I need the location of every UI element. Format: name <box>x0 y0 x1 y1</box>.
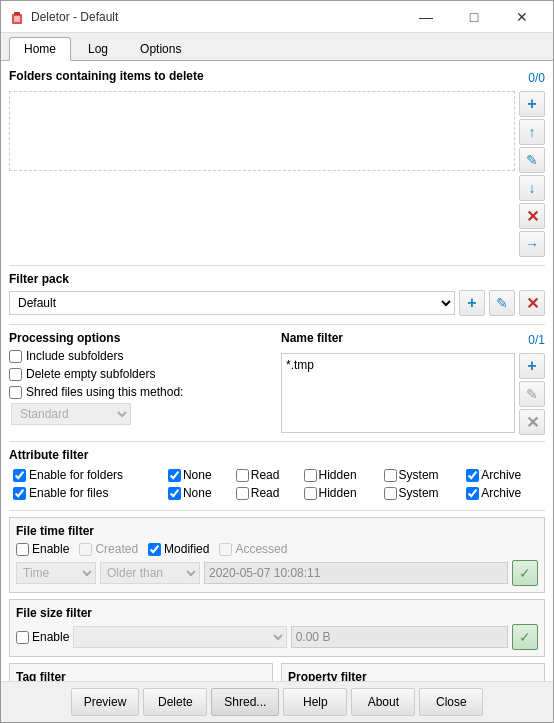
size-enable-label: Enable <box>16 630 69 644</box>
time-type-select[interactable]: Time <box>16 562 96 584</box>
time-condition-select[interactable]: Older than <box>100 562 200 584</box>
close-button[interactable]: Close <box>419 688 483 716</box>
attr-files-read-checkbox[interactable] <box>236 487 249 500</box>
tab-options[interactable]: Options <box>125 37 196 60</box>
svg-rect-1 <box>14 12 20 15</box>
help-button[interactable]: Help <box>283 688 347 716</box>
attr-files-hidden-checkbox[interactable] <box>304 487 317 500</box>
time-modified-checkbox[interactable] <box>148 543 161 556</box>
shred-method-select[interactable]: Standard <box>11 403 131 425</box>
name-delete-button[interactable]: ✕ <box>519 409 545 435</box>
time-confirm-button[interactable]: ✓ <box>512 560 538 586</box>
attr-folders-enable-cell: Enable for folders <box>9 466 164 484</box>
time-created-checkbox[interactable] <box>79 543 92 556</box>
shred-files-label: Shred files using this method: <box>26 385 183 399</box>
folders-up-button[interactable]: ↑ <box>519 119 545 145</box>
tab-home[interactable]: Home <box>9 37 71 61</box>
attr-folders-read-text: Read <box>251 468 280 482</box>
folders-side-buttons: + ↑ ✎ ↓ ✕ → <box>519 91 545 257</box>
time-created-text: Created <box>95 542 138 556</box>
attr-files-enable-label: Enable for files <box>13 486 160 500</box>
processing-options-section: Processing options Include subfolders De… <box>9 331 273 435</box>
shred-files-row: Shred files using this method: <box>9 385 273 399</box>
edit-icon: ✎ <box>496 295 508 311</box>
filter-pack-add-button[interactable]: + <box>459 290 485 316</box>
shred-button[interactable]: Shred... <box>211 688 279 716</box>
size-enable-checkbox[interactable] <box>16 631 29 644</box>
arrow-up-icon: ↑ <box>529 124 536 140</box>
size-confirm-button[interactable]: ✓ <box>512 624 538 650</box>
add-icon: + <box>527 357 536 375</box>
folders-action-button[interactable]: → <box>519 231 545 257</box>
size-condition-select[interactable] <box>73 626 286 648</box>
filter-pack-row: Default + ✎ ✕ <box>9 290 545 316</box>
name-filter-title: Name filter <box>281 331 343 345</box>
attr-folders-system-text: System <box>399 468 439 482</box>
close-window-button[interactable]: ✕ <box>499 1 545 33</box>
name-filter-item[interactable]: *.tmp <box>286 358 510 372</box>
delete-empty-checkbox[interactable] <box>9 368 22 381</box>
attr-folders-hidden-checkbox[interactable] <box>304 469 317 482</box>
minimize-button[interactable]: — <box>403 1 449 33</box>
attribute-filter-title: Attribute filter <box>9 448 545 462</box>
attr-files-read-text: Read <box>251 486 280 500</box>
attr-files-read-cell: Read <box>232 484 300 502</box>
window-controls: — □ ✕ <box>403 1 545 33</box>
time-enable-text: Enable <box>32 542 69 556</box>
tag-property-row: Tag filter Manage... All / 0 Property fi… <box>9 663 545 681</box>
include-subfolders-checkbox[interactable] <box>9 350 22 363</box>
name-add-button[interactable]: + <box>519 353 545 379</box>
file-time-checkboxes-row: Enable Created Modified Accessed <box>16 542 538 556</box>
size-value-input[interactable] <box>291 626 508 648</box>
attr-files-system-checkbox[interactable] <box>384 487 397 500</box>
folders-badge: 0/0 <box>528 71 545 85</box>
attr-folders-read-checkbox[interactable] <box>236 469 249 482</box>
method-select-row: Standard <box>9 403 273 425</box>
attr-files-enable-checkbox[interactable] <box>13 487 26 500</box>
filter-pack-section: Filter pack Default + ✎ ✕ <box>9 272 545 316</box>
separator-1 <box>9 265 545 266</box>
folders-add-button[interactable]: + <box>519 91 545 117</box>
delete-button[interactable]: Delete <box>143 688 207 716</box>
time-enable-checkbox[interactable] <box>16 543 29 556</box>
filter-pack-edit-button[interactable]: ✎ <box>489 290 515 316</box>
folders-edit-button[interactable]: ✎ <box>519 147 545 173</box>
delete-empty-label: Delete empty subfolders <box>26 367 155 381</box>
attr-folders-archive-checkbox[interactable] <box>466 469 479 482</box>
about-button[interactable]: About <box>351 688 415 716</box>
name-filter-header: Name filter 0/1 <box>281 331 545 349</box>
folders-delete-button[interactable]: ✕ <box>519 203 545 229</box>
shred-files-checkbox[interactable] <box>9 386 22 399</box>
attr-files-row: Enable for files None <box>9 484 545 502</box>
processing-title: Processing options <box>9 331 273 345</box>
time-accessed-checkbox[interactable] <box>219 543 232 556</box>
attr-folders-archive-cell: Archive <box>462 466 545 484</box>
folders-down-button[interactable]: ↓ <box>519 175 545 201</box>
attr-folders-none-checkbox[interactable] <box>168 469 181 482</box>
include-subfolders-row: Include subfolders <box>9 349 273 363</box>
attr-folders-system-label: System <box>384 468 459 482</box>
preview-button[interactable]: Preview <box>71 688 140 716</box>
attr-folders-system-cell: System <box>380 466 463 484</box>
attr-folders-row: Enable for folders None <box>9 466 545 484</box>
attr-files-archive-text: Archive <box>481 486 521 500</box>
title-bar: Deletor - Default — □ ✕ <box>1 1 553 33</box>
forward-icon: → <box>525 236 539 252</box>
attr-folders-system-checkbox[interactable] <box>384 469 397 482</box>
attr-files-none-checkbox[interactable] <box>168 487 181 500</box>
time-date-input[interactable] <box>204 562 508 584</box>
attr-folders-none-label: None <box>168 468 228 482</box>
filter-pack-select[interactable]: Default <box>9 291 455 315</box>
attr-folders-enable-checkbox[interactable] <box>13 469 26 482</box>
time-accessed-label: Accessed <box>219 542 287 556</box>
filter-pack-delete-button[interactable]: ✕ <box>519 290 545 316</box>
file-time-filter-section: File time filter Enable Created Modified… <box>9 517 545 593</box>
edit-icon: ✎ <box>526 152 538 168</box>
attr-folders-hidden-text: Hidden <box>319 468 357 482</box>
tab-log[interactable]: Log <box>73 37 123 60</box>
maximize-button[interactable]: □ <box>451 1 497 33</box>
attr-files-archive-checkbox[interactable] <box>466 487 479 500</box>
attr-folders-none-cell: None <box>164 466 232 484</box>
name-edit-button[interactable]: ✎ <box>519 381 545 407</box>
file-size-filter-section: File size filter Enable ✓ <box>9 599 545 657</box>
